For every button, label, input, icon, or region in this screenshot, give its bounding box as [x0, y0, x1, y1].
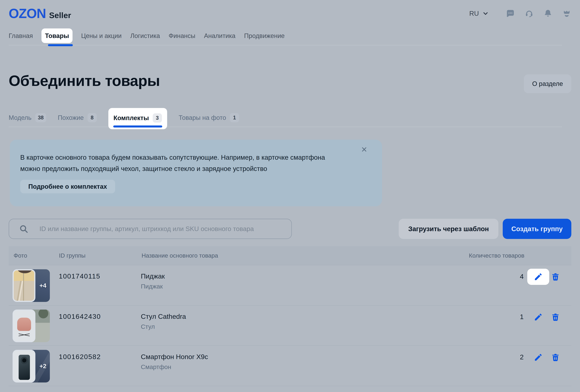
groups-table: Фото ID группы Название основного товара… — [9, 246, 571, 386]
pencil-icon — [534, 272, 543, 281]
table-row: 1001642430 Стул Cathedra Стул 1 — [9, 305, 571, 346]
main-nav: Главная Товары Цены и акции Логистика Фи… — [9, 28, 285, 43]
edit-button[interactable] — [527, 309, 549, 325]
top-bar-actions: RU — [469, 9, 571, 18]
delete-button[interactable] — [551, 312, 560, 322]
edit-button[interactable] — [527, 269, 549, 285]
create-group-button[interactable]: Создать группу — [503, 219, 571, 239]
delete-button[interactable] — [551, 353, 560, 362]
product-name: Смартфон Honor X9c — [141, 353, 208, 361]
nav-item-prices[interactable]: Цены и акции — [81, 28, 122, 43]
pencil-icon — [534, 313, 543, 321]
extra-photos-badge: +4 — [36, 269, 50, 302]
products-count: 2 — [492, 353, 524, 361]
product-category: Стул — [141, 323, 155, 330]
tab-products-on-photo-count: 1 — [230, 113, 239, 122]
table-row: +2 1001620582 Смартфон Honor X9c Смартфо… — [9, 346, 571, 386]
column-group-id: ID группы — [59, 252, 86, 259]
tab-similar-label: Похожие — [58, 114, 84, 121]
product-photo-stack: +2 — [12, 350, 54, 383]
nav-active-underline — [48, 44, 73, 46]
chevron-down-icon — [483, 10, 488, 16]
product-photo-stack: +4 — [12, 269, 54, 302]
product-photo-stack — [12, 309, 54, 342]
tab-bundles-count: 3 — [153, 113, 162, 123]
banner-text-line1: В карточке основного товара будем показы… — [20, 152, 365, 163]
tab-similar-count: 8 — [88, 113, 97, 122]
chat-icon[interactable] — [506, 9, 515, 18]
product-photo — [12, 309, 35, 342]
product-name: Пиджак — [141, 272, 165, 280]
tab-model-label: Модель — [9, 114, 31, 121]
nav-item-home[interactable]: Главная — [9, 28, 33, 43]
language-code: RU — [469, 9, 479, 17]
logo-ozon-text: OZON — [9, 6, 46, 21]
nav-item-finance[interactable]: Финансы — [168, 28, 195, 43]
search-input[interactable] — [9, 219, 292, 239]
nav-item-analytics[interactable]: Аналитика — [204, 28, 235, 43]
table-header: Фото ID группы Название основного товара… — [9, 246, 571, 265]
search-field-wrap — [9, 219, 292, 239]
tab-bundles-label: Комплекты — [114, 114, 149, 122]
top-bar: OZON Seller RU — [9, 5, 571, 21]
product-name: Стул Cathedra — [141, 312, 186, 320]
products-count: 4 — [492, 273, 524, 280]
ozon-seller-screen: OZON Seller RU Главная Товары Цены — [0, 0, 580, 392]
language-selector[interactable]: RU — [469, 9, 488, 17]
tab-products-on-photo-label: Товары на фото — [179, 114, 226, 121]
product-photo — [12, 350, 35, 383]
trash-icon — [551, 272, 560, 282]
group-id: 1001740115 — [59, 272, 100, 280]
banner-text-line2: можно предложить подходящий чехол, защит… — [20, 163, 365, 174]
tab-similar[interactable]: Похожие 8 — [58, 108, 97, 127]
search-icon — [19, 224, 28, 233]
pencil-icon — [534, 353, 543, 362]
tab-model[interactable]: Модель 38 — [9, 108, 46, 127]
products-count: 1 — [492, 313, 524, 321]
nav-item-products[interactable]: Товары — [41, 28, 72, 43]
edit-button[interactable] — [527, 349, 549, 365]
section-tabs: Модель 38 Похожие 8 Комплекты 3 Товары н… — [9, 108, 239, 129]
logo-seller-text: Seller — [49, 10, 71, 20]
page-title: Объединить товары — [9, 72, 160, 89]
table-row: +4 1001740115 Пиджак Пиджак 4 — [9, 265, 571, 305]
info-banner: В карточке основного товара будем показы… — [10, 140, 382, 206]
extra-photos-badge: +2 — [36, 350, 50, 383]
trash-icon — [551, 353, 560, 362]
column-main-product: Название основного товара — [142, 252, 218, 259]
tab-products-on-photo[interactable]: Товары на фото 1 — [179, 108, 239, 127]
delete-button[interactable] — [551, 272, 560, 282]
product-category: Пиджак — [141, 283, 163, 290]
about-section-button[interactable]: О разделе — [524, 74, 571, 93]
tab-bundles[interactable]: Комплекты 3 — [108, 108, 167, 129]
product-category: Смартфон — [141, 363, 171, 371]
upload-template-button[interactable]: Загрузить через шаблон — [399, 219, 498, 239]
group-id: 1001642430 — [59, 312, 101, 320]
nav-item-logistics[interactable]: Логистика — [130, 28, 160, 43]
column-photo: Фото — [13, 252, 27, 259]
tab-model-count: 38 — [35, 113, 46, 122]
banner-more-button[interactable]: Подробнее о комплектах — [20, 180, 115, 193]
bell-icon[interactable] — [543, 9, 553, 18]
trash-icon — [551, 312, 560, 322]
close-icon[interactable] — [361, 146, 368, 153]
crown-icon[interactable] — [562, 9, 571, 18]
nav-item-promotion[interactable]: Продвижение — [244, 28, 285, 43]
ozon-seller-logo[interactable]: OZON Seller — [9, 6, 71, 21]
group-id: 1001620582 — [59, 353, 101, 361]
headset-icon[interactable] — [525, 9, 534, 18]
nav-divider — [9, 45, 562, 45]
product-photo — [12, 269, 35, 302]
column-quantity: Количество товаров — [469, 252, 524, 259]
